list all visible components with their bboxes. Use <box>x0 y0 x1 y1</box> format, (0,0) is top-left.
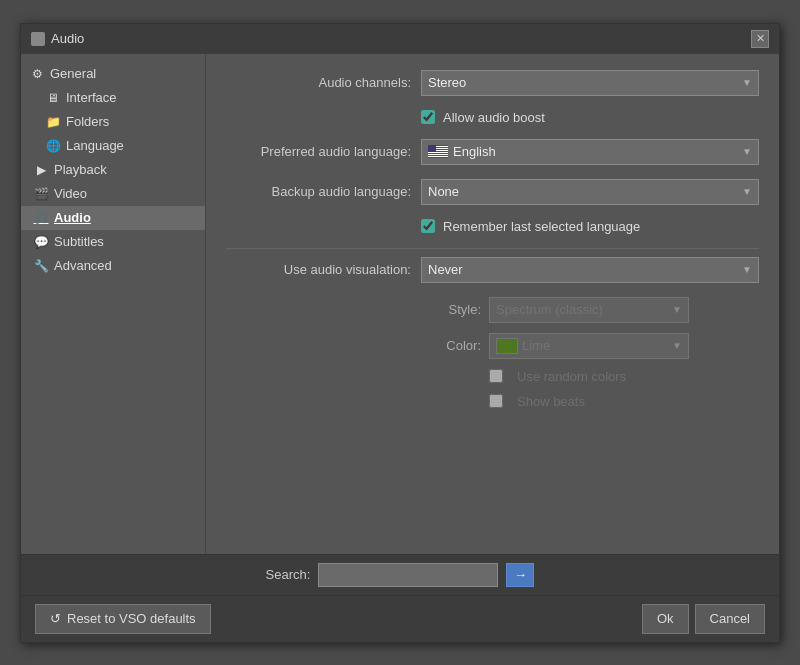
style-arrow: ▼ <box>672 304 682 315</box>
audio-channels-control: Stereo ▼ <box>421 70 759 96</box>
audio-channels-select[interactable]: Stereo ▼ <box>421 70 759 96</box>
title-bar: Audio ✕ <box>21 24 779 54</box>
svg-rect-5 <box>428 154 448 155</box>
dialog-body: ⚙ General 🖥 Interface 📁 Folders 🌐 Langua… <box>21 54 779 554</box>
color-swatch-lime <box>496 338 518 354</box>
footer-right: Ok Cancel <box>642 604 765 634</box>
sidebar-label-subtitles: Subtitles <box>54 234 104 249</box>
color-label: Color: <box>421 338 481 353</box>
sidebar-item-advanced[interactable]: 🔧 Advanced <box>21 254 205 278</box>
video-icon: 🎬 <box>33 186 49 202</box>
allow-audio-boost-checkbox[interactable] <box>421 110 435 124</box>
sidebar-label-interface: Interface <box>66 90 117 105</box>
style-label: Style: <box>421 302 481 317</box>
subtitles-icon: 💬 <box>33 234 49 250</box>
reset-icon: ↺ <box>50 611 61 626</box>
advanced-icon: 🔧 <box>33 258 49 274</box>
audio-vis-row: Use audio visualation: Never ▼ <box>226 257 759 283</box>
random-colors-row: Use random colors <box>421 369 759 384</box>
preferred-lang-arrow: ▼ <box>742 146 752 157</box>
preferred-lang-row: Preferred audio language: <box>226 139 759 165</box>
random-colors-checkbox[interactable] <box>489 369 503 383</box>
search-button[interactable]: → <box>506 563 534 587</box>
audio-vis-control: Never ▼ <box>421 257 759 283</box>
content-area: Audio channels: Stereo ▼ Allow audio boo… <box>206 54 779 554</box>
reset-button[interactable]: ↺ Reset to VSO defaults <box>35 604 211 634</box>
language-icon: 🌐 <box>45 138 61 154</box>
cancel-label: Cancel <box>710 611 750 626</box>
audio-icon <box>31 32 45 46</box>
audio-channels-value: Stereo <box>428 75 466 90</box>
search-label: Search: <box>266 567 311 582</box>
search-input[interactable] <box>318 563 498 587</box>
color-select[interactable]: Lime ▼ <box>489 333 689 359</box>
sidebar: ⚙ General 🖥 Interface 📁 Folders 🌐 Langua… <box>21 54 206 554</box>
random-colors-label: Use random colors <box>517 369 626 384</box>
audio-vis-arrow: ▼ <box>742 264 752 275</box>
sidebar-label-playback: Playback <box>54 162 107 177</box>
remember-lang-label: Remember last selected language <box>443 219 640 234</box>
general-icon: ⚙ <box>29 66 45 82</box>
style-row: Style: Spectrum (classic) ▼ <box>421 297 759 323</box>
interface-icon: 🖥 <box>45 90 61 106</box>
sidebar-item-audio[interactable]: 🎵 Audio <box>21 206 205 230</box>
audio-channels-label: Audio channels: <box>226 75 411 90</box>
show-beats-label: Show beats <box>517 394 585 409</box>
sidebar-item-subtitles[interactable]: 💬 Subtitles <box>21 230 205 254</box>
audio-channels-row: Audio channels: Stereo ▼ <box>226 70 759 96</box>
folders-icon: 📁 <box>45 114 61 130</box>
sidebar-label-video: Video <box>54 186 87 201</box>
audio-vis-select[interactable]: Never ▼ <box>421 257 759 283</box>
sidebar-label-general: General <box>50 66 96 81</box>
search-bar: Search: → <box>21 554 779 595</box>
svg-rect-4 <box>428 152 448 153</box>
sidebar-label-audio: Audio <box>54 210 91 225</box>
remember-lang-checkbox[interactable] <box>421 219 435 233</box>
sidebar-item-language[interactable]: 🌐 Language <box>33 134 205 158</box>
backup-lang-value: None <box>428 184 459 199</box>
preferred-lang-value: English <box>453 144 496 159</box>
ok-button[interactable]: Ok <box>642 604 689 634</box>
backup-lang-label: Backup audio language: <box>226 184 411 199</box>
remember-lang-row: Remember last selected language <box>226 219 759 234</box>
backup-lang-control: None ▼ <box>421 179 759 205</box>
sidebar-item-general[interactable]: ⚙ General <box>21 62 205 86</box>
style-color-section: Style: Spectrum (classic) ▼ Color: Lime <box>226 297 759 409</box>
sidebar-item-folders[interactable]: 📁 Folders <box>33 110 205 134</box>
close-button[interactable]: ✕ <box>751 30 769 48</box>
backup-lang-row: Backup audio language: None ▼ <box>226 179 759 205</box>
show-beats-checkbox[interactable] <box>489 394 503 408</box>
show-beats-row: Show beats <box>421 394 759 409</box>
allow-audio-boost-row: Allow audio boost <box>226 110 759 125</box>
color-row: Color: Lime ▼ <box>421 333 759 359</box>
sidebar-item-interface[interactable]: 🖥 Interface <box>33 86 205 110</box>
svg-rect-6 <box>428 156 448 157</box>
style-value: Spectrum (classic) <box>496 302 603 317</box>
title-bar-left: Audio <box>31 31 84 46</box>
footer-bar: ↺ Reset to VSO defaults Ok Cancel <box>21 595 779 642</box>
audio-sidebar-icon: 🎵 <box>33 210 49 226</box>
us-flag-icon <box>428 145 448 158</box>
preferred-lang-value-wrapper: English <box>428 144 496 159</box>
sidebar-item-playback[interactable]: ▶ Playback <box>21 158 205 182</box>
cancel-button[interactable]: Cancel <box>695 604 765 634</box>
dialog-title: Audio <box>51 31 84 46</box>
sidebar-label-advanced: Advanced <box>54 258 112 273</box>
allow-audio-boost-label: Allow audio boost <box>443 110 545 125</box>
sidebar-label-language: Language <box>66 138 124 153</box>
preferred-lang-select[interactable]: English ▼ <box>421 139 759 165</box>
preferred-lang-control: English ▼ <box>421 139 759 165</box>
color-value: Lime <box>522 338 550 353</box>
backup-lang-arrow: ▼ <box>742 186 752 197</box>
color-value-wrapper: Lime <box>496 338 550 354</box>
ok-label: Ok <box>657 611 674 626</box>
style-select[interactable]: Spectrum (classic) ▼ <box>489 297 689 323</box>
sidebar-label-folders: Folders <box>66 114 109 129</box>
sidebar-children-general: 🖥 Interface 📁 Folders 🌐 Language <box>21 86 205 158</box>
backup-lang-select[interactable]: None ▼ <box>421 179 759 205</box>
sidebar-item-video[interactable]: 🎬 Video <box>21 182 205 206</box>
divider <box>226 248 759 249</box>
audio-dialog: Audio ✕ ⚙ General 🖥 Interface 📁 Folders <box>20 23 780 643</box>
preferred-lang-label: Preferred audio language: <box>226 144 411 159</box>
audio-channels-arrow: ▼ <box>742 77 752 88</box>
